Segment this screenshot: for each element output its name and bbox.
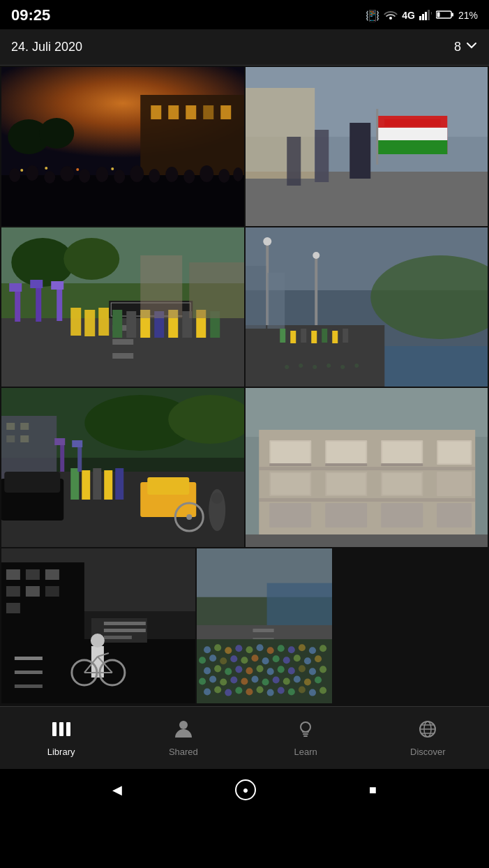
svg-rect-58 — [9, 283, 22, 292]
svg-line-256 — [301, 724, 302, 724]
wifi-icon — [384, 8, 398, 22]
svg-rect-64 — [84, 310, 95, 336]
svg-point-31 — [218, 169, 230, 183]
home-button[interactable]: ● — [235, 779, 256, 800]
svg-point-97 — [299, 364, 303, 368]
svg-point-217 — [235, 666, 242, 673]
svg-rect-162 — [45, 569, 59, 580]
signal-icon: ↑↓ — [419, 9, 432, 22]
nav-item-discover[interactable]: Discover — [367, 712, 489, 764]
svg-rect-166 — [6, 603, 20, 613]
svg-rect-12 — [168, 105, 179, 119]
svg-point-24 — [96, 167, 108, 182]
svg-rect-133 — [271, 442, 310, 463]
svg-rect-11 — [151, 105, 161, 119]
photo-cell-8[interactable] — [197, 548, 332, 703]
svg-point-208 — [262, 657, 269, 664]
svg-rect-45 — [384, 119, 440, 126]
photo-cell-6[interactable] — [246, 388, 488, 547]
svg-rect-251 — [59, 722, 63, 736]
svg-point-205 — [230, 655, 237, 662]
svg-rect-90 — [311, 331, 317, 343]
svg-rect-44 — [377, 140, 447, 154]
svg-point-225 — [319, 666, 326, 673]
svg-point-200 — [309, 647, 316, 654]
battery-icon — [436, 10, 454, 22]
svg-rect-95 — [267, 273, 285, 329]
nav-label-library: Library — [47, 747, 75, 757]
svg-rect-174 — [104, 636, 132, 639]
svg-rect-1 — [422, 14, 424, 20]
svg-rect-88 — [290, 331, 296, 343]
svg-rect-151 — [269, 463, 311, 466]
svg-rect-135 — [326, 442, 366, 463]
back-button[interactable]: ◀ — [112, 782, 122, 798]
svg-point-247 — [299, 687, 306, 694]
svg-point-210 — [283, 657, 290, 664]
svg-point-101 — [354, 364, 359, 368]
svg-point-227 — [209, 675, 216, 682]
svg-rect-0 — [419, 16, 421, 20]
svg-point-248 — [309, 689, 316, 696]
svg-rect-165 — [45, 586, 59, 597]
svg-point-236 — [304, 678, 311, 685]
svg-point-209 — [272, 655, 279, 662]
svg-rect-3 — [428, 10, 430, 20]
svg-rect-2 — [425, 12, 427, 20]
nav-item-learn[interactable]: Learn — [245, 712, 367, 764]
svg-rect-149 — [381, 503, 423, 527]
svg-point-100 — [340, 365, 345, 369]
svg-rect-130 — [246, 388, 488, 437]
svg-point-222 — [288, 667, 295, 674]
svg-rect-152 — [325, 463, 367, 466]
svg-point-237 — [315, 676, 322, 683]
photo-cell-3[interactable] — [1, 227, 244, 387]
system-nav-bar: ◀ ● ■ — [0, 769, 489, 811]
svg-rect-14 — [203, 105, 213, 119]
learn-icon — [295, 719, 316, 742]
svg-rect-115 — [147, 477, 189, 495]
svg-rect-7 — [437, 12, 439, 17]
svg-point-211 — [294, 654, 301, 661]
nav-item-shared[interactable]: Shared — [122, 712, 244, 764]
header-count-container[interactable]: 8 — [454, 39, 478, 55]
recent-button[interactable]: ■ — [369, 783, 377, 798]
svg-point-246 — [288, 689, 295, 696]
svg-point-214 — [204, 667, 211, 674]
svg-point-29 — [183, 170, 195, 184]
status-icons: 📳 4G ↑↓ — [366, 8, 478, 22]
svg-rect-61 — [57, 285, 62, 321]
svg-text:↑↓: ↑↓ — [430, 11, 432, 15]
svg-rect-163 — [6, 586, 20, 597]
photo-cell-7[interactable] — [1, 548, 195, 703]
svg-rect-139 — [438, 442, 470, 463]
svg-point-36 — [111, 167, 114, 170]
svg-point-249 — [319, 687, 326, 694]
photo-cell-2[interactable] — [246, 67, 488, 226]
svg-rect-65 — [98, 308, 109, 336]
svg-rect-120 — [93, 468, 101, 500]
svg-point-201 — [319, 645, 326, 652]
svg-point-240 — [225, 689, 232, 696]
nav-item-library[interactable]: Library — [0, 712, 122, 764]
svg-rect-39 — [246, 172, 488, 226]
svg-point-228 — [220, 678, 227, 685]
svg-point-202 — [199, 657, 206, 664]
svg-rect-69 — [126, 311, 136, 338]
svg-rect-40 — [246, 88, 315, 179]
svg-point-190 — [204, 646, 211, 653]
svg-rect-18 — [1, 175, 244, 226]
svg-point-25 — [114, 170, 125, 184]
svg-point-83 — [313, 252, 319, 259]
photo-cell-4[interactable] — [246, 227, 488, 387]
nav-label-shared: Shared — [169, 747, 198, 757]
photo-cell-5[interactable] — [1, 388, 244, 547]
network-indicator: 4G — [402, 10, 415, 21]
nav-label-discover: Discover — [410, 747, 446, 757]
svg-point-243 — [256, 687, 263, 694]
svg-point-19 — [9, 168, 20, 182]
photo-cell-1[interactable] — [1, 67, 244, 226]
svg-rect-156 — [246, 534, 488, 547]
svg-rect-68 — [112, 310, 122, 338]
svg-rect-57 — [15, 287, 20, 322]
